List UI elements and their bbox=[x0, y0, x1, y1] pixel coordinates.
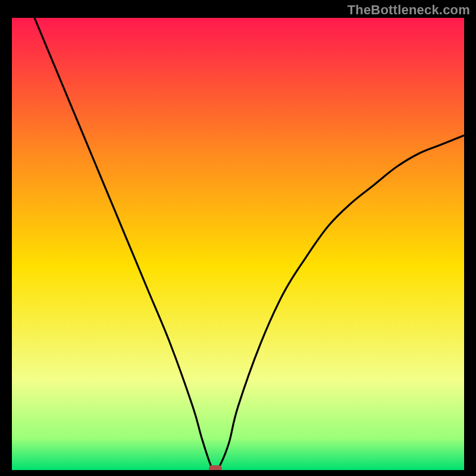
bottleneck-chart bbox=[12, 18, 464, 470]
gradient-background bbox=[12, 18, 464, 470]
watermark-label: TheBottleneck.com bbox=[347, 2, 470, 18]
optimum-marker bbox=[209, 465, 222, 470]
chart-frame bbox=[12, 18, 464, 470]
